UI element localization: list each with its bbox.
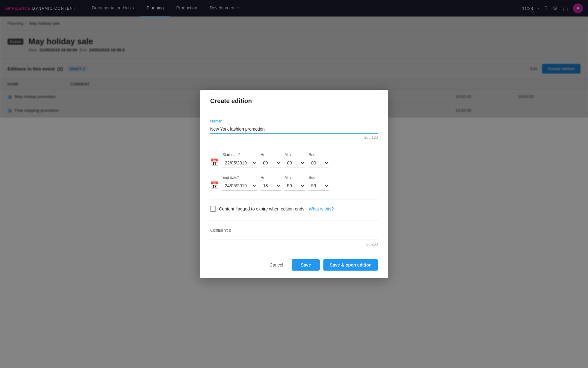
end-cal-icon[interactable]: 📅	[210, 181, 219, 189]
start-sec-label: Sec	[309, 153, 329, 157]
end-min-label: Min	[285, 175, 305, 180]
save-open-button[interactable]: Save & open edition	[323, 259, 378, 271]
start-min-label: Min	[285, 153, 305, 157]
end-min-select[interactable]: 59 0030	[285, 181, 305, 191]
start-hr-label: Hr	[261, 153, 281, 157]
end-date-group: 📅 End date* 24/05/2019 Hr	[210, 175, 378, 191]
start-min-field: Min 00 153045	[285, 153, 305, 168]
modal-overlay[interactable]: Create edition Name* 26 / 120 📅	[0, 0, 588, 368]
end-date-label: End date*	[222, 175, 257, 180]
end-hr-label: Hr	[261, 175, 281, 180]
end-min-field: Min 59 0030	[285, 175, 305, 191]
modal-title: Create edition	[210, 97, 378, 105]
modal-body: Name* 26 / 120 📅 Start date*	[200, 111, 388, 254]
end-hr-select[interactable]: 18 1920	[261, 181, 281, 191]
start-date-group: 📅 Start date* 22/05/2019 Hr	[210, 153, 378, 168]
start-min-select[interactable]: 00 153045	[285, 158, 305, 168]
comments-group: 0 / 250	[210, 226, 378, 246]
expire-checkbox[interactable]	[210, 206, 216, 212]
start-sec-select[interactable]: 00 153045	[309, 158, 329, 168]
comments-textarea[interactable]	[210, 226, 378, 240]
end-sec-label: Sec	[309, 175, 329, 180]
modal-header: Create edition	[200, 90, 388, 111]
name-label: Name*	[210, 119, 378, 123]
end-sec-select[interactable]: 59 0030	[309, 181, 329, 191]
end-date-select[interactable]: 24/05/2019	[222, 181, 257, 191]
end-sec-field: Sec 59 0030	[309, 175, 329, 191]
start-hr-field: Hr 09 101112	[261, 153, 281, 168]
save-button[interactable]: Save	[292, 259, 320, 271]
end-date-field: End date* 24/05/2019	[222, 175, 257, 191]
start-sec-field: Sec 00 153045	[309, 153, 329, 168]
comments-char-count: 0 / 250	[210, 242, 378, 246]
name-field-group: Name* 26 / 120	[210, 119, 378, 140]
end-hr-field: Hr 18 1920	[261, 175, 281, 191]
cancel-button[interactable]: Cancel	[265, 259, 288, 271]
modal: Create edition Name* 26 / 120 📅	[200, 90, 388, 278]
modal-footer: Cancel Save Save & open edition	[200, 254, 388, 278]
start-date-select[interactable]: 22/05/2019	[222, 158, 257, 168]
start-cal-icon[interactable]: 📅	[210, 158, 219, 167]
expire-checkbox-row: Content flagged to expire when edition e…	[210, 206, 378, 212]
expire-label: Content flagged to expire when edition e…	[219, 206, 306, 211]
start-date-field: Start date* 22/05/2019	[222, 153, 257, 168]
name-char-count: 26 / 120	[210, 135, 378, 140]
start-hr-select[interactable]: 09 101112	[261, 158, 281, 168]
what-is-this-link[interactable]: What is this?	[309, 206, 334, 211]
name-input[interactable]	[210, 125, 378, 134]
start-date-label: Start date*	[222, 153, 257, 157]
